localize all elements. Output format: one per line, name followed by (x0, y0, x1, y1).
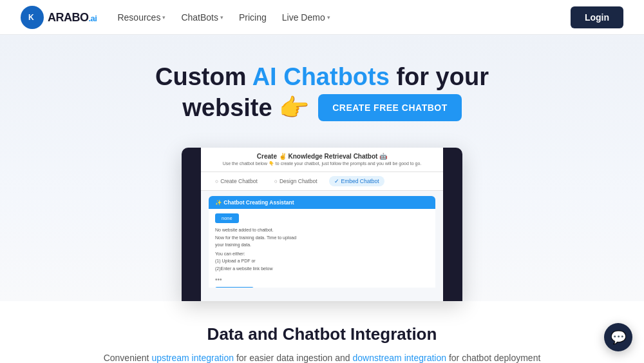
svg-text:K: K (28, 13, 34, 22)
create-free-chatbot-button[interactable]: CREATE FREE CHATBOT (318, 94, 462, 121)
section2-title: Data and Chatbot Integration (26, 324, 618, 344)
screenshot-none-btn: none (215, 213, 239, 223)
product-screenshot: Create ✌ Knowledge Retrieval Chatbot 🤖 U… (182, 148, 462, 301)
sc-tab-embed: ✓ Embed Chatbot (329, 176, 384, 186)
screenshot-topbar: Create ✌ Knowledge Retrieval Chatbot 🤖 U… (201, 148, 443, 172)
hero-title-line1: Custom AI Chatbots for your (155, 62, 489, 93)
login-button[interactable]: Login (571, 6, 623, 28)
screenshot-chat-area: ✨ Chatbot Creating Assistant none No web… (201, 191, 443, 288)
nav-links: Resources ▾ ChatBots ▾ Pricing Live Demo… (117, 12, 330, 23)
section2-desc: Convenient upstream integration for easi… (26, 351, 618, 363)
screenshot-inner: Create ✌ Knowledge Retrieval Chatbot 🤖 U… (201, 148, 443, 301)
hero-title-line2: website 👉 CREATE FREE CHATBOT (155, 93, 489, 124)
logo-text: ARABO.ai (48, 10, 97, 25)
chat-bubble-button[interactable]: 💬 (604, 323, 632, 351)
nav-item-livedemo[interactable]: Live Demo ▾ (282, 12, 330, 23)
downstream-integration-link[interactable]: downstream integration (352, 353, 446, 363)
upstream-integration-link[interactable]: upstream integration (151, 353, 234, 363)
nav-item-chatbots[interactable]: ChatBots ▾ (181, 12, 223, 23)
chat-bubble-icon: 💬 (611, 329, 627, 345)
nav-item-pricing[interactable]: Pricing (239, 12, 267, 23)
section2: Data and Chatbot Integration Convenient … (0, 301, 644, 363)
logo-icon: K (21, 6, 44, 29)
logo[interactable]: K ARABO.ai (21, 6, 97, 29)
hero-title: Custom AI Chatbots for your website 👉 CR… (155, 62, 489, 123)
nav-item-resources[interactable]: Resources ▾ (117, 12, 166, 23)
sc-tab-design: ○ Design Chatbot (269, 176, 323, 186)
screenshot-tabs: ○ Create Chatbot ○ Design Chatbot ✓ Embe… (201, 172, 443, 191)
hero-section: Custom AI Chatbots for your website 👉 CR… (0, 35, 644, 301)
screenshot-chat-body: none No website added to chatbot. Now fo… (209, 209, 435, 288)
navbar-left: K ARABO.ai Resources ▾ ChatBots ▾ Pricin… (21, 6, 330, 29)
navbar: K ARABO.ai Resources ▾ ChatBots ▾ Pricin… (0, 0, 644, 35)
sc-tab-create: ○ Create Chatbot (210, 176, 263, 186)
screenshot-assistant-header: ✨ Chatbot Creating Assistant (209, 196, 435, 209)
